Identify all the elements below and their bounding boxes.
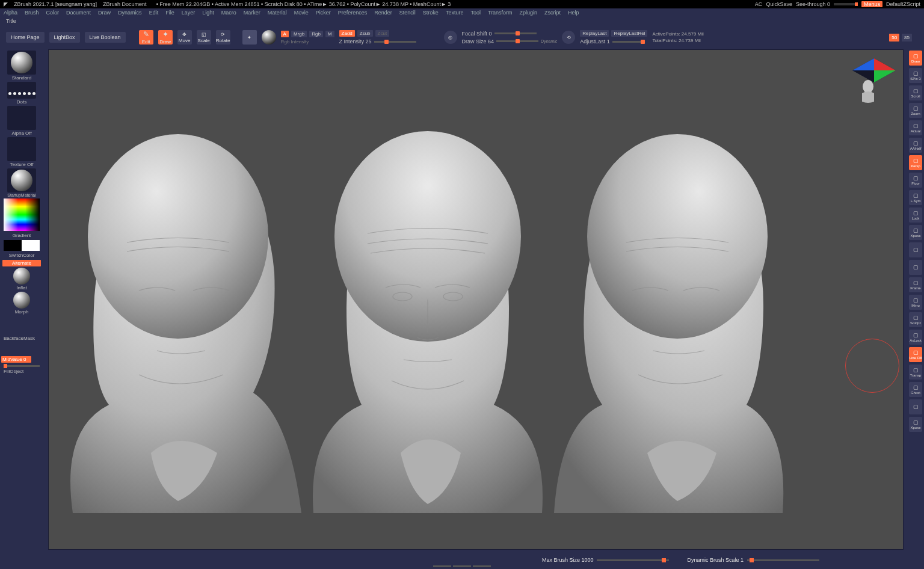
midvalue-label[interactable]: MidValue 0 xyxy=(1,356,31,363)
menu-movie[interactable]: Movie xyxy=(294,10,309,16)
menu-document[interactable]: Document xyxy=(66,10,91,16)
defaultzscript-button[interactable]: DefaultZScript xyxy=(886,1,920,7)
fillobject-button[interactable]: FillObject xyxy=(2,368,41,375)
menu-draw[interactable]: Draw xyxy=(98,10,111,16)
right-spix-3[interactable]: ▢SPix 3 xyxy=(909,68,922,83)
right-mirro[interactable]: ▢Mirro xyxy=(909,295,922,310)
menu-help[interactable]: Help xyxy=(568,10,579,16)
sculpt-view-front xyxy=(289,92,566,549)
right-lock[interactable]: ▢Lock xyxy=(909,208,922,223)
menu-render[interactable]: Render xyxy=(374,10,392,16)
menu-preferences[interactable]: Preferences xyxy=(338,10,368,16)
zsub-toggle[interactable]: Zsub xyxy=(357,30,373,37)
lightbox-button[interactable]: LightBox xyxy=(49,32,80,43)
inflat-brush[interactable]: Inflat xyxy=(2,268,41,291)
z-intensity-slider[interactable] xyxy=(374,41,416,43)
move-mode-button[interactable]: ✥Move xyxy=(177,30,192,45)
right-persp[interactable]: ▢Persp xyxy=(909,155,922,170)
menu-color[interactable]: Color xyxy=(46,10,60,16)
right-l-sym[interactable]: ▢L.Sym xyxy=(909,190,922,205)
dynamic-label[interactable]: Dynamic xyxy=(541,39,557,43)
viewport[interactable] xyxy=(48,49,904,550)
svg-point-10 xyxy=(587,134,768,339)
liveboolean-button[interactable]: Live Boolean xyxy=(85,32,126,43)
draw-mode-button[interactable]: ✦Draw xyxy=(158,30,173,45)
menu-material[interactable]: Material xyxy=(268,10,287,16)
replaylast-button[interactable]: ReplayLast xyxy=(580,30,609,37)
right-xpose[interactable]: ▢Xpose xyxy=(909,225,922,240)
right-scroll[interactable]: ▢Scroll xyxy=(909,85,922,100)
right-floor[interactable]: ▢Floor xyxy=(909,173,922,188)
scale-mode-button[interactable]: ◱Scale xyxy=(197,30,211,45)
focal-shift-slider[interactable] xyxy=(494,32,537,34)
material-picker[interactable]: StartupMaterial xyxy=(2,168,41,197)
menu-edit[interactable]: Edit xyxy=(149,10,159,16)
menu-layer[interactable]: Layer xyxy=(182,10,196,16)
mrgb-toggle[interactable]: Mrgb xyxy=(291,31,307,37)
menu-light[interactable]: Light xyxy=(202,10,214,16)
doc-title: ZBrush Document xyxy=(103,1,147,7)
quicksave-button[interactable]: QuickSave xyxy=(766,1,792,7)
menu-brush[interactable]: Brush xyxy=(25,10,39,16)
alpha-picker[interactable]: Alpha Off xyxy=(2,106,41,136)
midvalue-slider[interactable] xyxy=(4,365,40,367)
right-frame[interactable]: ▢Frame xyxy=(909,277,922,292)
gradient-swatch[interactable] xyxy=(4,240,40,251)
edit-mode-button[interactable]: ✎Edit xyxy=(139,30,153,45)
draw-size-slider[interactable] xyxy=(496,40,538,42)
replaylastrel-button[interactable]: ReplayLastRel xyxy=(611,30,647,37)
backface-mask[interactable]: BackfaceMask xyxy=(2,335,41,342)
color-picker[interactable] xyxy=(2,198,41,231)
alternate-button[interactable]: Alternate xyxy=(2,260,41,266)
m-toggle[interactable]: M xyxy=(325,31,334,37)
matcap-preview[interactable] xyxy=(262,30,276,45)
a-toggle[interactable]: A xyxy=(281,31,289,37)
right-transp[interactable]: ▢Transp xyxy=(909,364,922,380)
gizmo-toggle[interactable]: ✦ xyxy=(242,30,257,45)
gradient-label[interactable]: Gradient xyxy=(2,232,41,239)
right-btn20[interactable]: ▢ xyxy=(909,399,922,414)
right-solo-d[interactable]: ▢Solo|D xyxy=(909,312,922,327)
rotate-mode-button[interactable]: ⟳Rotate xyxy=(216,30,230,45)
right-actual[interactable]: ▢Actual xyxy=(909,120,922,135)
texture-picker[interactable]: Texture Off xyxy=(2,137,41,167)
axis-gizmo[interactable] xyxy=(850,54,898,108)
right-ghost[interactable]: ▢Ghost xyxy=(909,382,922,397)
stroke-picker[interactable]: Dots xyxy=(2,82,41,105)
undo-count[interactable]: 50 xyxy=(889,34,899,42)
menu-file[interactable]: File xyxy=(165,10,174,16)
menu-marker[interactable]: Marker xyxy=(244,10,260,16)
brush-picker[interactable]: Standard xyxy=(2,51,41,81)
zadd-toggle[interactable]: Zadd xyxy=(339,30,355,37)
menu-zplugin[interactable]: Zplugin xyxy=(520,10,538,16)
dynamic-brush-scale-slider[interactable] xyxy=(747,559,819,561)
menu-texture[interactable]: Texture xyxy=(446,10,464,16)
right-axlock[interactable]: ▢AxLock xyxy=(909,330,922,345)
right-zoom[interactable]: ▢Zoom xyxy=(909,103,922,118)
right-draw[interactable]: ▢Draw xyxy=(909,51,922,66)
menu-transform[interactable]: Transform xyxy=(488,10,513,16)
max-brush-size-slider[interactable] xyxy=(597,559,669,561)
zcut-toggle[interactable]: Zcut xyxy=(375,30,390,37)
right-btn12[interactable]: ▢ xyxy=(909,260,922,275)
menu-stroke[interactable]: Stroke xyxy=(423,10,439,16)
menu-picker[interactable]: Picker xyxy=(316,10,331,16)
menus-button[interactable]: Menus xyxy=(861,1,882,7)
rgb-toggle[interactable]: Rgb xyxy=(309,31,323,37)
home-button[interactable]: Home Page xyxy=(6,32,45,43)
seethrough-slider[interactable] xyxy=(834,3,858,5)
switchcolor-button[interactable]: SwitchColor xyxy=(2,252,41,259)
morph-brush[interactable]: Morph xyxy=(2,292,41,315)
menu-dynamics[interactable]: Dynamics xyxy=(118,10,142,16)
right-aahalf[interactable]: ▢AAHalf xyxy=(909,138,922,153)
menu-tool[interactable]: Tool xyxy=(470,10,481,16)
right-btn11[interactable]: ▢ xyxy=(909,242,922,257)
menu-stencil[interactable]: Stencil xyxy=(399,10,416,16)
menu-macro[interactable]: Macro xyxy=(221,10,236,16)
right-line-fill[interactable]: ▢Line Fill xyxy=(909,347,922,362)
adjustlast-slider[interactable] xyxy=(612,41,642,43)
undo-bar: 85 xyxy=(902,34,912,42)
menu-alpha[interactable]: Alpha xyxy=(4,10,17,16)
right-xpose[interactable]: ▢Xpose xyxy=(909,417,922,432)
menu-zscript[interactable]: Zscript xyxy=(544,10,561,16)
